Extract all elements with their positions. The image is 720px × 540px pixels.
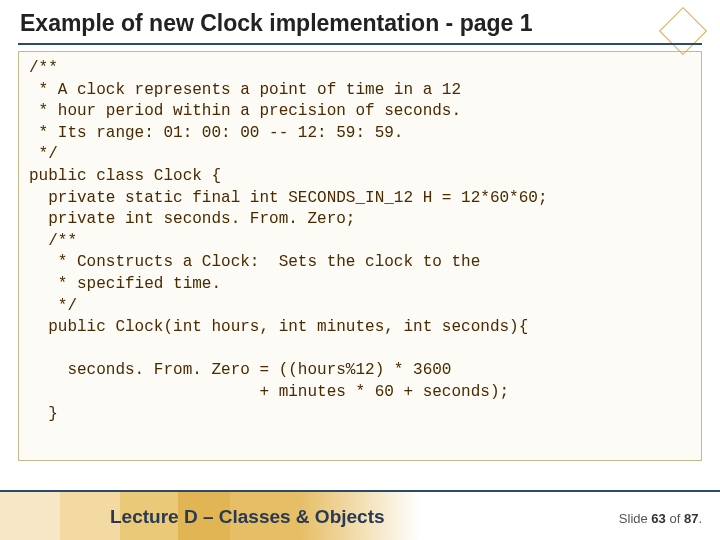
slide-prefix: Slide (619, 511, 652, 526)
slide-suffix: . (698, 511, 702, 526)
slide-title: Example of new Clock implementation - pa… (18, 10, 702, 37)
slide: Example of new Clock implementation - pa… (0, 0, 720, 540)
slide-total: 87 (684, 511, 698, 526)
slide-current: 63 (651, 511, 665, 526)
code-block: /** * A clock represents a point of time… (18, 51, 702, 461)
slide-footer: Lecture D – Classes & Objects Slide 63 o… (0, 480, 720, 540)
lecture-label: Lecture D – Classes & Objects (110, 506, 385, 528)
slide-number: Slide 63 of 87. (619, 511, 702, 526)
slide-of: of (666, 511, 684, 526)
title-underline (18, 43, 702, 45)
